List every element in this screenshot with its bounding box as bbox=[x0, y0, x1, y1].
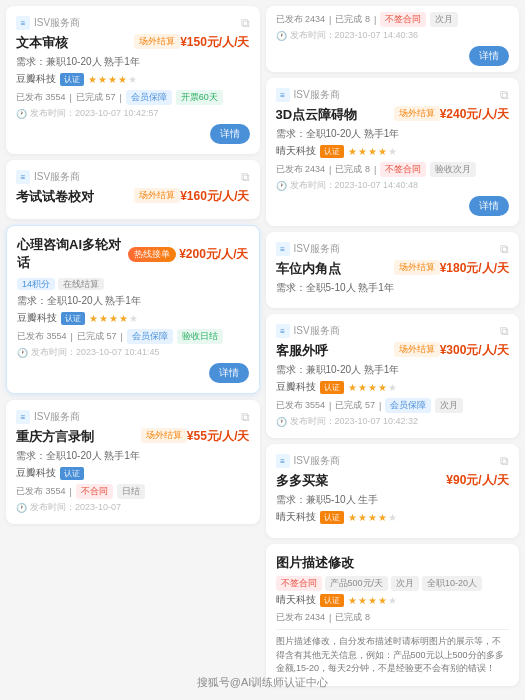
company-cert: 认证 bbox=[320, 594, 344, 607]
stats-row: 已发布 2434 | 已完成 8 | 不签合同 次月 bbox=[276, 12, 510, 27]
published-stat: 已发布 3554 bbox=[16, 91, 66, 104]
contract-tag: 不签合同 bbox=[380, 162, 426, 177]
time-text: 发布时间：2023-10-07 14:40:48 bbox=[290, 179, 419, 192]
company-cert: 认证 bbox=[61, 312, 85, 325]
company-name: 豆瓣科技 bbox=[16, 466, 56, 480]
stars: ★★★★★ bbox=[348, 512, 397, 523]
acceptance-tag: 日结 bbox=[117, 484, 145, 499]
stars: ★★★★★ bbox=[348, 146, 397, 157]
time-row: 🕐 发布时间：2023-10-07 bbox=[16, 501, 250, 514]
copy-icon[interactable]: ⧉ bbox=[500, 88, 509, 102]
isv-label: ≡ ISV服务商 bbox=[16, 170, 80, 184]
stars: ★★★★★ bbox=[348, 595, 397, 606]
copy-icon[interactable]: ⧉ bbox=[241, 16, 250, 30]
company-cert: 认证 bbox=[60, 467, 84, 480]
hot-badge: 热线接单 bbox=[128, 247, 176, 262]
copy-icon[interactable]: ⧉ bbox=[241, 410, 250, 424]
published-stat: 已发布 2434 bbox=[276, 13, 326, 26]
completed-stat: 已完成 8 bbox=[335, 611, 370, 624]
acceptance-tag: 次月 bbox=[435, 398, 463, 413]
demand: 需求：全职10-20人 熟手1年 bbox=[16, 449, 250, 463]
copy-icon[interactable]: ⧉ bbox=[500, 324, 509, 338]
price: ¥55元/人/天 bbox=[187, 428, 250, 445]
copy-icon[interactable]: ⧉ bbox=[500, 242, 509, 256]
isv-icon: ≡ bbox=[16, 170, 30, 184]
detail-button[interactable]: 详情 bbox=[469, 46, 509, 66]
company-name: 晴天科技 bbox=[276, 144, 316, 158]
company-cert: 认证 bbox=[320, 381, 344, 394]
stats-row: 已发布 2434 | 已完成 8 | 不签合同 验收次月 bbox=[276, 162, 510, 177]
job-title: 图片描述修改 bbox=[276, 554, 510, 572]
demand: 需求：全职5-10人 熟手1年 bbox=[276, 281, 510, 295]
tag-4: 全职10-20人 bbox=[422, 576, 482, 591]
company-name: 豆瓣科技 bbox=[17, 311, 57, 325]
demand: 需求：全职10-20人 熟手1年 bbox=[276, 127, 510, 141]
card-3d-cloud: ≡ ISV服务商 ⧉ 3D点云障碍物 场外结算 ¥240元/人/天 需求：全职1… bbox=[266, 78, 520, 226]
job-title: 心理咨询AI多轮对话 bbox=[17, 236, 124, 272]
time-row: 🕐 发布时间：2023-10-07 10:41:45 bbox=[17, 346, 249, 359]
isv-label: ≡ ISV服务商 bbox=[276, 324, 340, 338]
tag-field: 场外结算 bbox=[394, 342, 440, 357]
tag-2: 产品500元/天 bbox=[325, 576, 389, 591]
contract-tag: 不合同 bbox=[76, 484, 113, 499]
time-text: 发布时间：2023-10-07 bbox=[30, 501, 121, 514]
job-title: 多多买菜 bbox=[276, 472, 447, 490]
stats-row: 已发布 3554 | 已完成 57 | 会员保障 次月 bbox=[276, 398, 510, 413]
time-text: 发布时间：2023-10-07 10:42:32 bbox=[290, 415, 419, 428]
price: ¥150元/人/天 bbox=[180, 34, 249, 51]
isv-icon: ≡ bbox=[16, 16, 30, 30]
card-top-stat: 已发布 2434 | 已完成 8 | 不签合同 次月 🕐 发布时间：2023-1… bbox=[266, 6, 520, 72]
price: ¥160元/人/天 bbox=[180, 188, 249, 205]
isv-label: ≡ ISV服务商 bbox=[276, 88, 340, 102]
company-name: 豆瓣科技 bbox=[276, 380, 316, 394]
time-row: 🕐 发布时间：2023-10-07 14:40:48 bbox=[276, 179, 510, 192]
stats-row: 已发布 3554 | 已完成 57 | 会员保障 开票60天 bbox=[16, 90, 250, 105]
tag-field: 场外结算 bbox=[394, 260, 440, 275]
completed-stat: 已完成 57 bbox=[76, 91, 116, 104]
company-name: 晴天科技 bbox=[276, 510, 316, 524]
copy-icon[interactable]: ⧉ bbox=[241, 170, 250, 184]
demand: 需求：兼职5-10人 生手 bbox=[276, 493, 510, 507]
company-cert: 认证 bbox=[60, 73, 84, 86]
job-title: 文本审核 bbox=[16, 34, 134, 52]
card-duoduo: ≡ ISV服务商 ⧉ 多多买菜 ¥90元/人/天 需求：兼职5-10人 生手 晴… bbox=[266, 444, 520, 538]
isv-label: ≡ ISV服务商 bbox=[276, 242, 340, 256]
isv-label: ≡ ISV服务商 bbox=[16, 410, 80, 424]
detail-button[interactable]: 详情 bbox=[469, 196, 509, 216]
time-row: 🕐 发布时间：2023-10-07 10:42:57 bbox=[16, 107, 250, 120]
acceptance-tag: 验收次月 bbox=[430, 162, 476, 177]
detail-button[interactable]: 详情 bbox=[209, 363, 249, 383]
isv-icon: ≡ bbox=[276, 324, 290, 338]
company-name: 豆瓣科技 bbox=[16, 72, 56, 86]
contract-tag: 会员保障 bbox=[126, 90, 172, 105]
isv-label: ≡ ISV服务商 bbox=[16, 16, 80, 30]
tag-field: 场外结算 bbox=[141, 428, 187, 443]
completed-stat: 已完成 8 bbox=[335, 163, 370, 176]
contract-tag: 会员保障 bbox=[385, 398, 431, 413]
time-text: 发布时间：2023-10-07 14:40:36 bbox=[290, 29, 419, 42]
detail-button[interactable]: 详情 bbox=[210, 124, 250, 144]
right-column: 已发布 2434 | 已完成 8 | 不签合同 次月 🕐 发布时间：2023-1… bbox=[266, 6, 520, 686]
contract-tag: 会员保障 bbox=[127, 329, 173, 344]
time-row: 🕐 发布时间：2023-10-07 14:40:36 bbox=[276, 29, 510, 42]
price: ¥300元/人/天 bbox=[440, 342, 509, 359]
copy-icon[interactable]: ⧉ bbox=[500, 454, 509, 468]
stars: ★★★★★ bbox=[89, 313, 138, 324]
acceptance-tag: 开票60天 bbox=[176, 90, 223, 105]
tag-field: 场外结算 bbox=[394, 106, 440, 121]
tag-field: 场外结算 bbox=[134, 188, 180, 203]
published-stat: 已发布 2434 bbox=[276, 611, 326, 624]
card-wenben-shenhe: ≡ ISV服务商 ⧉ 文本审核 场外结算 ¥150元/人/天 需求：兼职10-2… bbox=[6, 6, 260, 154]
price: ¥180元/人/天 bbox=[440, 260, 509, 277]
acceptance-tag: 次月 bbox=[430, 12, 458, 27]
stars: ★★★★★ bbox=[348, 382, 397, 393]
company-cert: 认证 bbox=[320, 511, 344, 524]
isv-icon: ≡ bbox=[276, 242, 290, 256]
published-stat: 已发布 3554 bbox=[276, 399, 326, 412]
contract-tag: 不签合同 bbox=[380, 12, 426, 27]
count-label: 14积分 bbox=[17, 278, 55, 290]
stats-row: 已发布 2434 | 已完成 8 bbox=[276, 611, 510, 624]
tag-field: 场外结算 bbox=[134, 34, 180, 49]
card-chongqing: ≡ ISV服务商 ⧉ 重庆方言录制 场外结算 ¥55元/人/天 需求：全职10-… bbox=[6, 400, 260, 524]
time-text: 发布时间：2023-10-07 10:41:45 bbox=[31, 346, 160, 359]
